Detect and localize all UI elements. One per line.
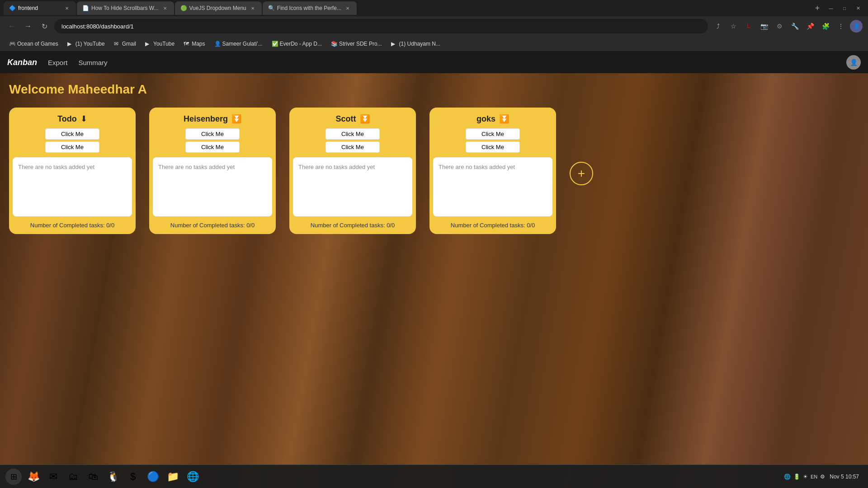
tab-close-tab3[interactable]: ✕ [249,5,256,12]
tab-title-tab2: How To Hide Scrollbars W... [91,5,159,11]
bookmarks-bar: 🎮 Ocean of Games ▶ (1) YouTube ✉ Gmail ▶… [0,36,868,52]
column-title-col4: goks [476,114,495,124]
forward-button[interactable]: → [22,20,34,33]
browser-tab-tab2[interactable]: 📄 How To Hide Scrollbars W... ✕ [77,1,174,15]
tab-title-tab1: frontend [18,5,61,11]
column-body-col1: There are no tasks added yet [13,157,132,216]
column-btn-col1-0[interactable]: Click Me [45,128,99,140]
column-btn-col2-0[interactable]: Click Me [185,128,240,140]
kanban-column-col1: Todo ⬇ Click MeClick Me There are no tas… [9,108,136,234]
column-buttons-col3: Click MeClick Me [289,128,416,157]
bookmark-6[interactable]: ✅ EverDo - App D... [268,39,326,49]
column-title-col2: Heisenberg [184,114,228,124]
column-btn-col1-1[interactable]: Click Me [45,141,99,153]
welcome-text: Welcome Maheedhar A [9,82,859,97]
tab-title-tab3: VueJS Dropdown Menu [189,5,246,11]
minimize-button[interactable]: — [825,2,837,14]
address-input[interactable] [54,19,708,33]
tab-close-tab2[interactable]: ✕ [161,5,169,12]
app-nav: Kanban Export Summary 👤 [0,52,868,73]
taskbar-app-firefox[interactable]: 🦊 [24,468,42,486]
nav-summary[interactable]: Summary [78,59,107,66]
bookmark-4[interactable]: 🗺 Maps [180,39,208,49]
taskbar-app-folder[interactable]: 🗂 [64,468,82,486]
status-icons: 🌐 🔋 ☀ EN ⚙ [784,474,825,480]
no-tasks-col1: There are no tasks added yet [18,164,94,170]
ext4-icon[interactable]: 🧩 [819,20,832,33]
ext3-icon[interactable]: 📌 [804,20,816,33]
taskbar-app-store[interactable]: 🛍 [84,468,102,486]
screenshot-icon[interactable]: 📷 [758,20,770,33]
menu-icon[interactable]: ⋮ [835,20,847,33]
taskbar-app-file-manager[interactable]: 📁 [164,468,182,486]
taskbar-app-linux[interactable]: 🐧 [104,468,122,486]
column-download-icon-col1[interactable]: ⬇ [80,114,87,124]
back-button[interactable]: ← [5,20,18,33]
bookmark-label-7: Striver SDE Pro... [339,41,382,47]
bookmark-0[interactable]: 🎮 Ocean of Games [5,39,62,49]
column-btn-col4-1[interactable]: Click Me [466,141,520,153]
reload-button[interactable]: ↻ [38,20,51,33]
tab-favicon-tab2: 📄 [82,5,89,11]
column-download-icon-col4[interactable]: ⏬ [499,114,509,124]
browser-tab-tab1[interactable]: 🔷 frontend ✕ [4,1,76,15]
column-body-col4: There are no tasks added yet [433,157,552,216]
bookmark-3[interactable]: ▶ YouTube [142,39,178,49]
tab-bar: 🔷 frontend ✕ 📄 How To Hide Scrollbars W.… [0,0,868,16]
column-title-col1: Todo [57,114,77,124]
nav-avatar[interactable]: 👤 [846,55,861,70]
close-window-button[interactable]: ✕ [852,2,864,14]
bookmark-5[interactable]: 👤 Sameer Gulati'... [211,39,266,49]
nav-brand[interactable]: Kanban [7,58,37,67]
browser-tab-tab4[interactable]: 🔍 Find Icons with the Perfe... ✕ [263,1,357,15]
share-icon[interactable]: ⤴ [712,20,724,33]
column-body-col2: There are no tasks added yet [153,157,272,216]
column-header-col2: Heisenberg ⏬ [149,108,276,128]
column-btn-col3-1[interactable]: Click Me [326,141,380,153]
column-btn-col4-0[interactable]: Click Me [466,128,520,140]
profile-button[interactable]: 👤 [850,20,863,33]
ext1-icon[interactable]: ⚙ [773,20,786,33]
bookmark-7[interactable]: 📚 Striver SDE Pro... [327,39,386,49]
kanban-column-col4: goks ⏬ Click MeClick Me There are no tas… [429,108,556,234]
taskbar-app-code-editor[interactable]: 🔵 [144,468,162,486]
toolbar-icons: ⤴ ☆ L 📷 ⚙ 🔧 📌 🧩 ⋮ 👤 [712,20,863,33]
bookmark-favicon-4: 🗺 [184,41,190,47]
taskbar-app-chrome[interactable]: 🌐 [184,468,202,486]
tab-close-tab1[interactable]: ✕ [63,5,71,12]
settings-icon[interactable]: ⚙ [820,474,825,480]
no-tasks-col2: There are no tasks added yet [158,164,235,170]
browser-tab-tab3[interactable]: 🟢 VueJS Dropdown Menu ✕ [175,1,262,15]
taskbar-app-mail[interactable]: ✉ [44,468,62,486]
column-btn-col2-1[interactable]: Click Me [185,141,240,153]
kanban-column-col3: Scott ⏬ Click MeClick Me There are no ta… [289,108,416,234]
lastpass-icon[interactable]: L [742,20,755,33]
no-tasks-col4: There are no tasks added yet [439,164,515,170]
taskbar-status: 🌐 🔋 ☀ EN ⚙ Nov 5 10:57 [784,474,863,480]
no-tasks-col3: There are no tasks added yet [298,164,375,170]
add-column-button[interactable]: + [570,162,593,185]
bookmark-label-8: (1) Udhayam N... [399,41,440,47]
bookmark-8[interactable]: ▶ (1) Udhayam N... [387,39,444,49]
bookmark-1[interactable]: ▶ (1) YouTube [64,39,108,49]
tab-close-tab4[interactable]: ✕ [344,5,351,12]
datetime-display: Nov 5 10:57 [830,474,859,480]
maximize-button[interactable]: □ [838,2,851,14]
column-btn-col3-0[interactable]: Click Me [326,128,380,140]
bookmark-2[interactable]: ✉ Gmail [110,39,140,49]
battery-icon: 🔋 [793,474,800,480]
ext2-icon[interactable]: 🔧 [788,20,801,33]
column-footer-col1: Number of Completed tasks: 0/0 [9,216,136,234]
column-footer-col2: Number of Completed tasks: 0/0 [149,216,276,234]
taskbar-start-button[interactable]: ⊞ [5,469,22,485]
taskbar-app-terminal[interactable]: $ [124,468,142,486]
column-body-col3: There are no tasks added yet [293,157,412,216]
star-icon[interactable]: ☆ [727,20,740,33]
bookmark-label-2: Gmail [122,41,136,47]
column-download-icon-col3[interactable]: ⏬ [360,114,370,124]
bookmark-label-0: Ocean of Games [17,41,58,47]
kanban-column-col2: Heisenberg ⏬ Click MeClick Me There are … [149,108,276,234]
column-download-icon-col2[interactable]: ⏬ [231,114,241,124]
nav-export[interactable]: Export [48,59,67,66]
new-tab-button[interactable]: + [811,2,824,14]
